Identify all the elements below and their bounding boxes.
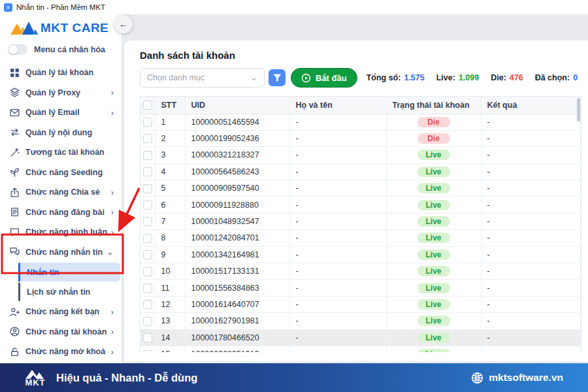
sidebar-item-share[interactable]: Chức năng Chia sẻ › <box>0 182 122 203</box>
row-checkbox[interactable] <box>143 201 152 210</box>
row-checkbox[interactable] <box>143 350 152 352</box>
sidebar-item-proxy-layers[interactable]: Quản lý Proxy › <box>0 83 122 103</box>
row-checkbox[interactable] <box>143 284 152 293</box>
table-row[interactable]: 14 100001780466520 - Live - <box>140 329 581 346</box>
filter-button[interactable] <box>269 69 286 86</box>
toolbar: Chọn danh mục ⌄ Bắt đầu Tổng số:1.575 Li… <box>140 68 588 88</box>
row-checkbox[interactable] <box>143 118 152 127</box>
row-checkbox[interactable] <box>143 167 152 176</box>
row-checkbox[interactable] <box>143 184 152 193</box>
row-checkbox[interactable] <box>143 151 152 160</box>
sidebar-item-seeding[interactable]: Chức năng Seeding <box>0 163 122 183</box>
status-badge: Live <box>417 250 450 260</box>
content-card: Danh sách tài khoản Chọn danh mục ⌄ Bắt … <box>124 41 588 361</box>
personalize-toggle[interactable] <box>8 44 27 55</box>
table-row[interactable]: 1 100000051465594 - Die - <box>140 114 581 130</box>
stat-item: Live:1.099 <box>436 73 479 82</box>
row-checkbox[interactable] <box>143 134 152 143</box>
header-checkbox-cell <box>140 97 155 114</box>
table-row[interactable]: 3 100000321218327 - Live - <box>140 147 581 163</box>
status-badge: Live <box>417 150 450 160</box>
toggle-knob <box>8 45 18 54</box>
table-row[interactable]: 15 100002008351513 - Live - <box>140 346 581 352</box>
row-checkbox[interactable] <box>143 267 152 276</box>
table-row[interactable]: 10 100001517133131 - Live - <box>140 263 581 280</box>
chevron-down-icon: ⌄ <box>106 248 114 256</box>
sidebar-item-message-chat[interactable]: Chức năng nhắn tin ⌄ <box>0 242 122 263</box>
row-checkbox[interactable] <box>143 234 152 243</box>
sidebar-item-unlock[interactable]: Chức năng mở khoá › <box>0 342 122 362</box>
table-row[interactable]: 6 100000911928880 - Live - <box>140 197 581 213</box>
table-row[interactable]: 13 100001627901981 - Live - <box>140 313 581 329</box>
table-row[interactable]: 7 100001048932547 - Live - <box>140 213 581 229</box>
status-badge: Die <box>417 117 450 127</box>
sidebar-item-accounts-grid[interactable]: Quản lý tài khoản <box>0 63 122 83</box>
start-button[interactable]: Bắt đầu <box>291 68 357 88</box>
cell-stt: 8 <box>155 230 185 246</box>
row-checkbox[interactable] <box>143 217 152 226</box>
status-badge: Live <box>417 266 450 276</box>
brand-logo: MKT CARE <box>0 14 122 39</box>
cell-uid: 100001342164981 <box>185 246 289 263</box>
chevron-right-icon: › <box>111 348 114 356</box>
cell-stt: 2 <box>155 130 185 146</box>
column-header-status: Trạng thái tài khoản <box>386 97 481 114</box>
cell-stt: 7 <box>155 213 185 229</box>
row-checkbox[interactable] <box>143 300 152 309</box>
share-icon <box>9 187 20 197</box>
footer-logo-text: MKT <box>25 378 45 387</box>
status-badge: Die <box>417 133 450 144</box>
cell-uid: 100001780466520 <box>185 329 289 346</box>
sidebar: MKT CARE Menu cá nhân hóa Quản lý tài kh… <box>0 14 122 363</box>
footer-website-group[interactable]: mktsoftware.vn <box>471 372 563 384</box>
sidebar-subitem-lịch-sử-nhắn-tin[interactable]: Lịch sử nhắn tin <box>18 282 120 301</box>
cell-stt: 4 <box>155 163 185 180</box>
status-badge: Live <box>417 283 450 293</box>
cell-result: - <box>481 313 581 329</box>
cell-name: - <box>289 263 386 280</box>
accounts-table: STT UID Họ và tên Trạng thái tài khoản K… <box>140 96 581 352</box>
cell-uid: 100001048932547 <box>185 213 289 229</box>
table-row[interactable]: 9 100001342164981 - Live - <box>140 246 581 263</box>
cell-stt: 1 <box>155 114 185 130</box>
cell-uid: 100001614640707 <box>185 296 289 312</box>
sidebar-item-account-circle[interactable]: Chức năng tài khoản › <box>0 322 122 342</box>
table-row[interactable]: 4 100000564586243 - Live - <box>140 163 581 180</box>
sidebar-item-post[interactable]: Chức năng đăng bài › <box>0 203 122 223</box>
row-checkbox[interactable] <box>143 333 152 342</box>
table-row[interactable]: 8 100001242084701 - Live - <box>140 230 581 246</box>
status-badge: Live <box>417 200 450 210</box>
window-title: Nhắn tin - Phần Mềm MKT <box>16 3 105 11</box>
scrollbar-thumb[interactable] <box>577 98 580 122</box>
sidebar-item-comment[interactable]: Chức năng bình luận › <box>0 222 122 242</box>
sidebar-subitem-nhắn-tin[interactable]: Nhắn tin <box>18 263 120 282</box>
table-row[interactable]: 12 100001614640707 - Live - <box>140 296 581 312</box>
stat-item: Đã chọn:0 <box>535 73 578 82</box>
play-icon <box>301 73 311 83</box>
cell-uid: 100001627901981 <box>185 313 289 329</box>
footer-bar: MKT Hiệu quả - Nhanh - Dễ dùng mktsoftwa… <box>0 363 588 392</box>
globe-icon <box>471 372 483 384</box>
row-checkbox[interactable] <box>143 317 152 326</box>
table-row[interactable]: 2 100000199052436 - Die - <box>140 130 581 146</box>
table-row[interactable]: 11 100001556384863 - Live - <box>140 280 581 296</box>
cell-uid: 100002008351513 <box>185 346 289 352</box>
sidebar-item-email[interactable]: Quản lý Email › <box>0 103 122 123</box>
sidebar-item-add-friend[interactable]: Chức năng kết bạn › <box>0 302 122 322</box>
cell-uid: 100000051465594 <box>185 114 289 130</box>
category-select-value: Chọn danh mục <box>147 73 204 82</box>
row-checkbox[interactable] <box>143 250 152 259</box>
table-row[interactable]: 5 100000909597540 - Live - <box>140 180 581 197</box>
collapse-sidebar-button[interactable]: ← <box>114 15 133 33</box>
sidebar-item-interaction-wand[interactable]: Tương tác tài khoản <box>0 142 122 163</box>
chevron-right-icon: › <box>111 308 114 316</box>
cell-stt: 10 <box>155 263 185 280</box>
start-button-label: Bắt đầu <box>316 73 347 83</box>
post-icon <box>9 207 20 218</box>
stat-item: Tổng số:1.575 <box>367 73 425 82</box>
table-scrollbar[interactable] <box>577 98 580 351</box>
sidebar-item-content-swap[interactable]: Quản lý nội dung <box>0 123 122 143</box>
select-all-checkbox[interactable] <box>143 101 152 110</box>
email-icon <box>9 107 20 118</box>
category-select[interactable]: Chọn danh mục ⌄ <box>140 68 265 88</box>
